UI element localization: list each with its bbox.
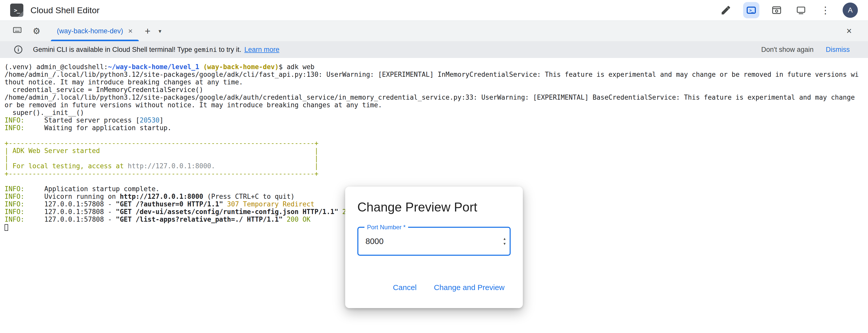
terminal-cursor <box>5 224 8 231</box>
terminal-text-segment: Waiting for application startup. <box>24 124 171 132</box>
terminal-line <box>5 132 868 139</box>
web-preview-icon[interactable] <box>770 3 784 17</box>
open-terminal-button[interactable]: >_ <box>743 2 760 18</box>
add-tab-icon[interactable]: + <box>145 26 151 36</box>
banner-text-before: Gemini CLI is available in Cloud Shell t… <box>33 46 194 53</box>
change-preview-port-dialog: Change Preview Port Port Number * ▴ ▾ Ca… <box>345 187 523 308</box>
terminal-line: | For local testing, access at http://12… <box>5 162 868 170</box>
banner-actions: Don't show again Dismiss <box>761 46 850 54</box>
terminal-line: /home/admin_/.local/lib/python3.12/site-… <box>5 93 868 101</box>
dialog-actions: Cancel Change and Preview <box>358 279 510 296</box>
terminal-text-segment: credential_service = InMemoryCredentialS… <box>5 86 203 93</box>
terminal-text-segment: INFO: <box>5 185 24 193</box>
terminal-glyph: >_ <box>749 8 753 13</box>
terminal-text-segment: INFO: <box>5 116 24 124</box>
terminal-text-segment: (.venv) admin_@cloudshell: <box>5 63 108 71</box>
gemini-banner: i Gemini CLI is available in Cloud Shell… <box>0 41 868 58</box>
terminal-text-segment: super().__init__() <box>5 109 84 116</box>
terminal-line: | | <box>5 155 868 162</box>
port-number-input[interactable] <box>359 237 491 246</box>
terminal-line: +---------------------------------------… <box>5 170 868 177</box>
terminal-text-segment: "GET /?authuser=0 HTTP/1.1" <box>116 200 223 208</box>
terminal-text-segment: INFO: <box>5 200 24 208</box>
terminal-text-segment: Uvicorn running on <box>24 193 120 200</box>
terminal-text-segment: $ adk web <box>279 63 314 71</box>
terminal-line: or be removed in future versions without… <box>5 101 868 109</box>
terminal-text-segment: INFO: <box>5 124 24 132</box>
terminal-text-segment: 127.0.0.1:57808 - <box>24 216 116 223</box>
terminal-line <box>5 177 868 185</box>
terminal-text-segment: 20530 <box>140 116 159 124</box>
terminal-text-segment: http://127.0.0.1:8000. <box>128 162 215 170</box>
terminal-text-segment: INFO: <box>5 216 24 223</box>
tab-close-icon[interactable]: × <box>128 27 133 35</box>
terminal-text-segment: or be removed in future versions without… <box>5 101 382 109</box>
terminal-text-segment <box>223 200 227 208</box>
terminal-line: super().__init__() <box>5 109 868 116</box>
terminal-text-segment: /home/admin_/.local/lib/python3.12/site-… <box>5 93 855 101</box>
terminal-text-segment <box>199 63 203 71</box>
terminal-icon: >_ <box>747 7 756 14</box>
avatar-letter: A <box>848 6 853 14</box>
top-bar: >_ Cloud Shell Editor >_ ⋮ A <box>0 0 868 21</box>
terminal-line: +---------------------------------------… <box>5 139 868 147</box>
settings-gear-icon[interactable]: ⚙ <box>30 26 43 36</box>
terminal-text-segment: INFO: <box>5 193 24 200</box>
spinner-down-icon[interactable]: ▾ <box>503 242 505 246</box>
terminal-line: (.venv) admin_@cloudshell:~/way-back-hom… <box>5 63 868 71</box>
port-number-field[interactable]: Port Number * ▴ ▾ <box>358 227 510 256</box>
gear-glyph: ⚙ <box>33 26 40 36</box>
tab-options-chevron-down-icon[interactable]: ▾ <box>159 28 161 34</box>
terminal-text-segment: 127.0.0.1:57808 - <box>24 208 116 216</box>
cancel-button[interactable]: Cancel <box>387 279 423 296</box>
edit-pencil-icon[interactable] <box>719 3 733 17</box>
close-terminal-panel-icon[interactable]: × <box>846 26 852 36</box>
terminal-line: INFO: Waiting for application startup. <box>5 124 868 132</box>
top-bar-actions: >_ ⋮ A <box>719 2 858 18</box>
user-avatar[interactable]: A <box>843 3 858 18</box>
terminal-text-segment: | <box>215 162 318 170</box>
terminal-text-segment: | | <box>5 155 318 162</box>
port-number-label: Port Number * <box>365 224 408 231</box>
terminal-text-segment: "GET /dev-ui/assets/config/runtime-confi… <box>116 208 338 216</box>
gemini-code-text: gemini <box>194 46 217 53</box>
terminal-text-segment: ] <box>160 116 164 124</box>
dismiss-button[interactable]: Dismiss <box>826 46 850 54</box>
terminal-text-segment: (way-back-home-dev) <box>203 63 279 71</box>
terminal-text-segment: Started server process [ <box>24 116 140 124</box>
terminal-text-segment: INFO: <box>5 208 24 216</box>
logo-glyph: >_ <box>14 7 20 13</box>
app-title: Cloud Shell Editor <box>30 5 99 15</box>
terminal-text-segment: 127.0.0.1:57808 - <box>24 200 116 208</box>
terminal-line: credential_service = InMemoryCredentialS… <box>5 86 868 93</box>
dont-show-again-button[interactable]: Don't show again <box>761 46 813 54</box>
terminal-line: INFO: Started server process [20530] <box>5 116 868 124</box>
banner-text-after: to try it. <box>217 46 241 53</box>
terminal-text-segment: (Press CTRL+C to quit) <box>203 193 294 200</box>
terminal-text-segment: http://127.0.0.1:8000 <box>120 193 203 200</box>
keyboard-icon[interactable] <box>11 25 23 37</box>
learn-more-link[interactable]: Learn more <box>244 46 279 53</box>
terminal-text-segment: | ADK Web Server started | <box>5 147 318 155</box>
terminal-line: | ADK Web Server started | <box>5 147 868 155</box>
spinner-up-icon[interactable]: ▴ <box>503 237 505 241</box>
terminal-text-segment: | For local testing, access at <box>5 162 128 170</box>
open-in-window-icon[interactable] <box>794 3 808 17</box>
terminal-text-segment: /home/admin_/.local/lib/python3.12/site-… <box>5 71 859 78</box>
terminal-text-segment: "GET /list-apps?relative_path=./ HTTP/1.… <box>116 216 282 223</box>
terminal-tab-active[interactable]: (way-back-home-dev) × <box>50 21 140 41</box>
terminal-text-segment: ~/way-back-home/level_1 <box>108 63 199 71</box>
terminal-tab-label: (way-back-home-dev) <box>57 27 123 35</box>
terminal-text-segment <box>338 208 342 216</box>
terminal-line: thout notice. It may introduce breaking … <box>5 78 868 86</box>
terminal-text-segment <box>283 216 287 223</box>
number-spinner: ▴ ▾ <box>503 237 505 246</box>
change-and-preview-button[interactable]: Change and Preview <box>428 279 510 296</box>
banner-message: Gemini CLI is available in Cloud Shell t… <box>33 46 279 54</box>
terminal-text-segment: +---------------------------------------… <box>5 170 318 177</box>
terminal-line: /home/admin_/.local/lib/python3.12/site-… <box>5 71 868 78</box>
info-icon: i <box>14 46 22 54</box>
more-options-icon[interactable]: ⋮ <box>818 3 833 17</box>
terminal-text-segment: +---------------------------------------… <box>5 139 318 147</box>
terminal-tab-bar: ⚙ (way-back-home-dev) × + ▾ × <box>0 21 868 41</box>
